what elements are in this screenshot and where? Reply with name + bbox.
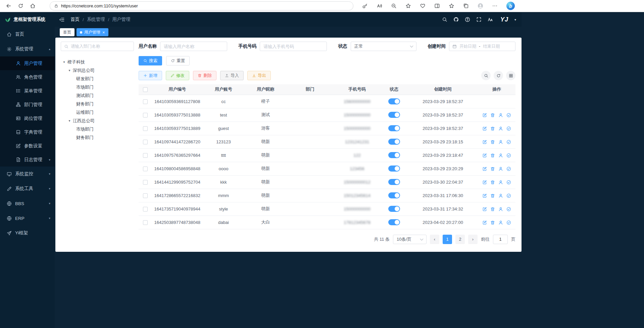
header-search-icon[interactable] [442, 17, 447, 22]
sidebar-item-monitor[interactable]: 系统监控▾ [0, 167, 55, 181]
edit-icon[interactable] [482, 207, 487, 212]
address-bar[interactable]: https://ccnetcore.com:1101/system/user [50, 1, 353, 10]
delete-button[interactable]: 删除 [193, 71, 216, 80]
user-logo[interactable]: YJ [500, 16, 508, 23]
tree-node[interactable]: 市场部门 [61, 125, 134, 133]
status-toggle[interactable] [388, 206, 400, 212]
zoom-out-icon[interactable] [391, 3, 397, 9]
reset-password-icon[interactable] [498, 193, 503, 198]
tree-node[interactable]: ▾橙子科技 [61, 58, 134, 66]
more-options-icon[interactable] [492, 3, 498, 9]
import-button[interactable]: 导入 [220, 71, 244, 80]
sidebar-item-tools[interactable]: 系统工具▾ [0, 181, 55, 196]
assign-role-icon[interactable] [506, 140, 511, 144]
username-input[interactable] [160, 42, 227, 51]
delete-icon[interactable] [490, 140, 495, 144]
status-toggle[interactable] [388, 192, 400, 198]
reset-password-icon[interactable] [498, 140, 503, 144]
edit-icon[interactable] [482, 113, 487, 118]
phone-input[interactable] [260, 42, 327, 51]
sidebar-item-erp[interactable]: ERP▾ [0, 211, 55, 226]
github-icon[interactable] [453, 17, 459, 22]
tree-node[interactable]: 研发部门 [61, 75, 134, 83]
reset-password-icon[interactable] [498, 113, 503, 118]
status-toggle[interactable] [388, 125, 400, 131]
assign-role-icon[interactable] [506, 220, 511, 225]
read-aloud-icon[interactable] [377, 3, 382, 9]
reset-button[interactable]: 重置 [166, 56, 190, 65]
row-checkbox[interactable] [143, 126, 148, 131]
modify-button[interactable]: 修改 [166, 71, 189, 80]
reset-password-icon[interactable] [498, 153, 503, 158]
edit-icon[interactable] [482, 180, 487, 185]
tree-node[interactable]: ▾江西总公司 [61, 116, 134, 125]
tree-node[interactable]: 运维部门 [61, 108, 134, 116]
tab-user-management[interactable]: 用户管理 × [77, 28, 108, 36]
delete-icon[interactable] [490, 126, 495, 131]
delete-icon[interactable] [490, 167, 495, 171]
reset-password-icon[interactable] [498, 126, 503, 131]
table-row[interactable]: 1641098004586958848oooo萌新1234562023-03-2… [139, 162, 515, 175]
row-checkbox[interactable] [143, 193, 148, 198]
page-button-1[interactable]: 1 [443, 235, 452, 244]
status-toggle[interactable] [388, 112, 400, 118]
assign-role-icon[interactable] [506, 167, 511, 171]
close-icon[interactable]: × [102, 30, 105, 35]
status-toggle[interactable] [388, 166, 400, 172]
edit-icon[interactable] [482, 220, 487, 225]
prev-page-button[interactable]: ‹ [430, 235, 439, 244]
reset-password-icon[interactable] [498, 180, 503, 185]
row-checkbox[interactable] [143, 99, 148, 104]
chevron-down-icon[interactable]: ▾ [514, 18, 516, 21]
sidebar-toggle-icon[interactable] [59, 17, 65, 22]
edit-icon[interactable] [482, 193, 487, 198]
column-settings-button[interactable] [506, 71, 515, 80]
delete-icon[interactable] [490, 207, 495, 212]
row-checkbox[interactable] [143, 180, 148, 185]
sidebar-item-post[interactable]: 岗位管理 [0, 111, 55, 125]
row-checkbox[interactable] [143, 153, 148, 158]
assign-role-icon[interactable] [506, 126, 511, 131]
collections-icon[interactable] [463, 3, 469, 9]
sidebar-item-user[interactable]: 用户管理 [0, 56, 55, 70]
row-checkbox[interactable] [143, 140, 148, 144]
caret-down-icon[interactable]: ▾ [67, 119, 71, 123]
fullscreen-icon[interactable] [476, 17, 482, 22]
table-row[interactable]: 1641097441472286720123123萌新1231241231202… [139, 135, 515, 148]
row-checkbox[interactable] [143, 113, 148, 118]
table-row[interactable]: 1641441299095752704kkk萌新150000000122023-… [139, 175, 515, 189]
add-favorite-icon[interactable] [405, 3, 411, 9]
browser-home-button[interactable] [28, 1, 38, 11]
table-row[interactable]: 1642503897748738048dabai大白17812345678202… [139, 216, 515, 229]
date-range-picker[interactable]: 开始日期 - 结束日期 [449, 42, 515, 51]
refresh-table-button[interactable] [494, 71, 503, 80]
select-all-checkbox[interactable] [143, 87, 148, 92]
sidebar-item-role[interactable]: 角色管理 [0, 70, 55, 84]
assign-role-icon[interactable] [506, 113, 511, 118]
sidebar-item-dict[interactable]: 字典管理 [0, 125, 55, 139]
sidebar-item-param[interactable]: 参数设置 [0, 139, 55, 153]
breadcrumb-item-home[interactable]: 首页 [70, 16, 80, 22]
table-row[interactable]: 1641030593691127808cc橙子156000000002023-0… [139, 95, 515, 108]
caret-down-icon[interactable]: ▾ [67, 68, 71, 72]
tree-node[interactable]: 市场部门 [61, 83, 134, 91]
status-toggle[interactable] [388, 98, 400, 104]
edit-icon[interactable] [482, 167, 487, 171]
status-toggle[interactable] [388, 219, 400, 225]
favorites-icon[interactable] [449, 3, 454, 9]
table-row[interactable]: 1641728665572216832mmm萌新150123456142023-… [139, 189, 515, 202]
password-icon[interactable] [362, 3, 368, 9]
tree-node[interactable]: 财务部门 [61, 100, 134, 108]
table-row[interactable]: 1641030593775013889guest游客15000000000202… [139, 122, 515, 135]
sidebar-item-bbs[interactable]: BBS▾ [0, 196, 55, 211]
sidebar-item-menu[interactable]: 菜单管理 [0, 84, 55, 98]
search-button[interactable]: 搜索 [139, 56, 162, 65]
row-checkbox[interactable] [143, 220, 148, 225]
app-logo[interactable]: 意框架管理系统 [0, 12, 55, 27]
delete-icon[interactable] [490, 113, 495, 118]
reload-button[interactable] [15, 1, 26, 11]
split-screen-icon[interactable] [434, 3, 440, 9]
delete-icon[interactable] [490, 220, 495, 225]
department-search-input[interactable] [71, 44, 131, 49]
assign-role-icon[interactable] [506, 193, 511, 198]
